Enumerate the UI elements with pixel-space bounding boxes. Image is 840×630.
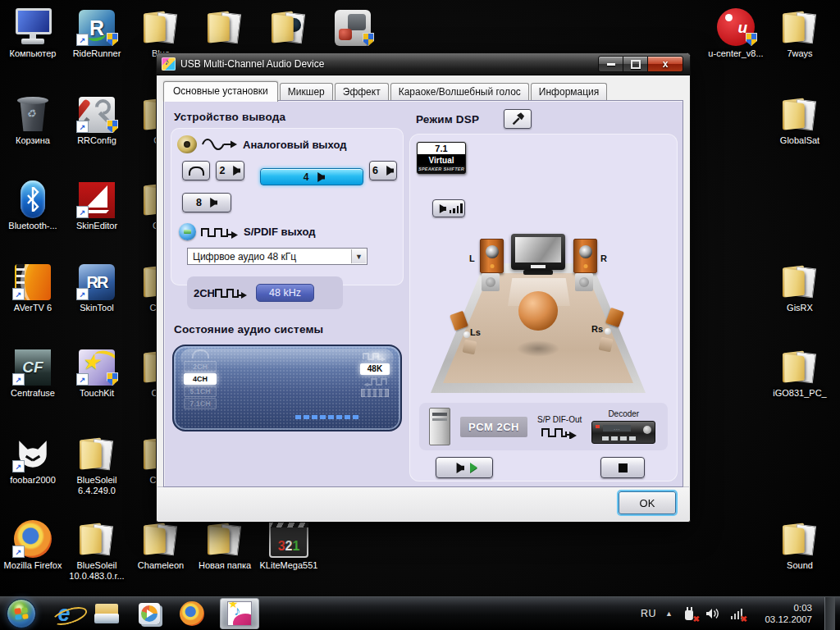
volume-bar (450, 210, 452, 213)
desktop-icon-foobar2000[interactable]: ↗ foobar2000 (1, 431, 65, 486)
speaker-icon (436, 204, 446, 213)
speaker-shifter-button[interactable]: 7.1 Virtual SPEAKER SHIFTER (417, 142, 466, 174)
folder-icon (65, 431, 129, 472)
desktop-icon-компьютер[interactable]: Компьютер (1, 5, 65, 59)
tab-3[interactable]: Караоке/Волшебный голос (390, 83, 529, 101)
desktop-icon-klitemega551[interactable]: 321 KLiteMega551 (257, 517, 321, 571)
test-stop-button[interactable] (600, 457, 645, 478)
status-channel-7.1CH: 7.1CH (184, 398, 217, 409)
desktop-icon-label: AVerTV 6 (1, 303, 65, 313)
listener-sphere[interactable] (518, 291, 558, 331)
tab-0[interactable]: Основные установки (163, 81, 278, 102)
power-tray-icon[interactable]: ✖ (682, 606, 696, 621)
pcm-badge: PCM 2CH (460, 417, 527, 437)
chevron-down-icon[interactable]: ▼ (351, 249, 366, 263)
spdif-format-select[interactable]: Цифрвое аудио 48 кГц ▼ (187, 248, 368, 265)
window-title: USB Multi-Channel Audio Device (180, 58, 324, 70)
desktop-icon-mozilla-firefox[interactable]: ↗ Mozilla Firefox (1, 517, 65, 571)
taskbar-audio-panel-active[interactable]: ★♪ (220, 598, 259, 629)
front-left-speaker[interactable] (480, 239, 504, 273)
speaker-icon (206, 198, 217, 208)
desktop-icon-u-center-v8[interactable]: u u-center_v8... (704, 5, 768, 59)
spdif-jack-icon (179, 223, 196, 240)
bluetooth-icon (1, 177, 65, 218)
output-device-section: Устройство вывода Аналоговый выход 246 8… (167, 104, 404, 483)
channel-button-6ch[interactable]: 6 (369, 161, 397, 180)
stop-icon (619, 463, 628, 472)
desktop-icon-touchkit[interactable]: ★ ↗ TouchKit (65, 345, 129, 399)
spdif-format-value: Цифрвое аудио 48 кГц (193, 251, 296, 262)
taskbar-windows-explorer[interactable] (90, 599, 123, 628)
channel-button-headphone[interactable] (182, 161, 210, 180)
desktop-icon-igo831-pc[interactable]: iGO831_PC_ (768, 345, 832, 399)
language-indicator[interactable]: RU (641, 608, 656, 619)
desktop-icon-bluesoleil-6-4-249-0[interactable]: BlueSoleil 6.4.249.0 (65, 431, 129, 496)
desktop-icon-sound[interactable]: Sound (768, 517, 832, 571)
start-button[interactable] (5, 599, 38, 628)
status-headphone-icon (192, 349, 209, 358)
folder-icon (129, 5, 193, 46)
title-bar[interactable]: ♪ USB Multi-Channel Audio Device x (157, 53, 690, 75)
desktop-icon-skintool[interactable]: RR ↗ SkinTool (65, 259, 129, 313)
tab-2[interactable]: Эффект (335, 83, 389, 101)
desktop-icon-skineditor[interactable]: ↗ SkinEditor (65, 177, 129, 231)
dsp-header: Режим DSP (416, 113, 479, 126)
desktop-icon-label: RRConfig (65, 135, 129, 146)
desktop-icon-label: GlobalSat (768, 135, 832, 146)
desktop-icon-avertv-6[interactable]: ↗ AVerTV 6 (1, 259, 65, 313)
desktop-icon-riderunner[interactable]: R ↗ RideRunner (65, 5, 129, 59)
desktop-icon-корзина[interactable]: ♻ Корзина (1, 92, 65, 146)
desktop-icon-label: foobar2000 (1, 475, 65, 486)
desktop-icon-bluesoleil-10-0-483-0-r[interactable]: BlueSoleil 10.0.483.0.r... (65, 517, 129, 582)
sample-rate-strip: 2CH 48 kHz (187, 276, 343, 309)
tab-strip: Основные установкиМикшерЭффектКараоке/Во… (163, 80, 683, 100)
channel-button-4ch[interactable]: 4 (260, 168, 363, 185)
desktop-icon-gisrx[interactable]: GisRX (768, 259, 832, 313)
hidden-icons-chevron[interactable]: ▲ (665, 609, 673, 618)
show-desktop-button[interactable] (824, 597, 835, 630)
desktop-icon-label: RideRunner (65, 48, 129, 59)
ok-button[interactable]: OK (619, 491, 676, 514)
riderunner-icon: R ↗ (65, 5, 129, 46)
shortcut-arrow-icon: ↗ (12, 460, 25, 472)
desktop-icon-rrconfig[interactable]: ↗ RRConfig (65, 92, 129, 146)
desktop-icon-7ways[interactable]: 7ways (768, 5, 832, 59)
taskbar-firefox[interactable] (176, 599, 208, 628)
desktop-icon-app-shield[interactable] (321, 5, 385, 48)
taskbar-media-player[interactable] (133, 599, 166, 628)
headphone-icon (189, 167, 204, 176)
shortcut-arrow-icon: ↗ (12, 546, 25, 558)
desktop-icon-новая-папка[interactable]: Новая папка (193, 517, 257, 571)
desktop-icon-folder[interactable] (193, 5, 257, 48)
taskbar-internet-explorer[interactable]: e (48, 599, 80, 628)
decoder-label: Decoder (608, 409, 639, 418)
front-right-speaker[interactable] (573, 239, 597, 273)
volume-tray-icon[interactable] (705, 606, 720, 621)
tray-clock[interactable]: 0:03 03.12.2007 (753, 602, 812, 625)
tab-4[interactable]: Информация (531, 83, 607, 101)
volume-button[interactable] (432, 199, 465, 217)
minimize-button[interactable] (598, 56, 623, 72)
channel-button-2ch[interactable]: 2 (216, 161, 244, 180)
test-play-button[interactable] (436, 457, 493, 478)
folder-doc-icon (193, 517, 257, 558)
decoder-icon: ... (591, 421, 655, 444)
dsp-tools-button[interactable] (504, 109, 532, 129)
desktop-icon-globalsat[interactable]: GlobalSat (768, 92, 832, 146)
shortcut-arrow-icon: ↗ (76, 121, 89, 133)
desktop-icon-blue[interactable]: Blue (129, 5, 193, 59)
network-tray-icon[interactable]: ✖ (729, 606, 744, 621)
analog-jack-icon (177, 135, 197, 153)
desktop-icon-label: BlueSoleil 6.4.249.0 (65, 475, 129, 496)
close-button[interactable]: x (647, 56, 683, 72)
tab-1[interactable]: Микшер (280, 83, 333, 101)
desktop-icon-bluetooth[interactable]: Bluetooth-... (1, 177, 65, 231)
foobar-icon: ↗ (1, 431, 65, 472)
right-speaker-stand (575, 273, 593, 291)
desktop-icon-folder-globe[interactable] (257, 5, 321, 48)
desktop-icon-centrafuse[interactable]: CF ↗ Centrafuse (1, 345, 65, 399)
desktop-icon-chameleon[interactable]: Chameleon (129, 517, 193, 571)
maximize-button[interactable] (623, 56, 647, 72)
channel-button-8ch[interactable]: 8 (182, 193, 231, 212)
window-app-icon: ♪ (162, 57, 176, 71)
